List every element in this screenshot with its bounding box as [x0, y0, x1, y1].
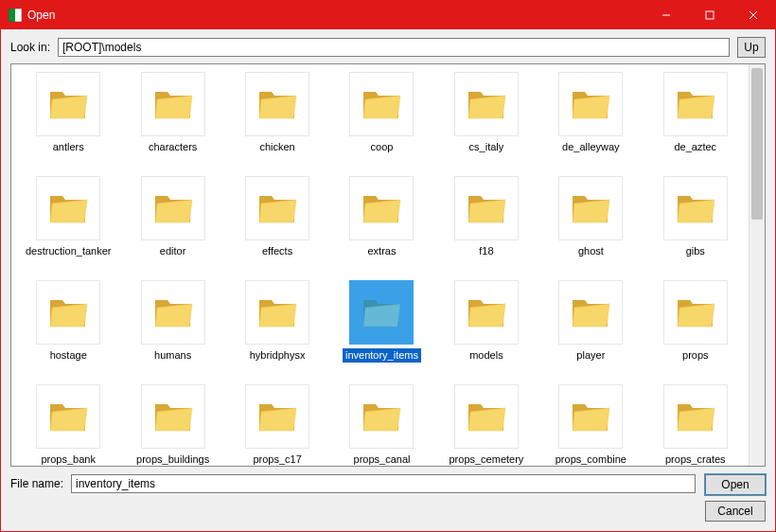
folder-item[interactable]: effects	[228, 176, 326, 278]
folder-label: gibs	[683, 244, 708, 258]
folder-item[interactable]: props_canal	[332, 384, 431, 466]
folder-icon	[558, 280, 623, 345]
app-icon	[9, 9, 22, 22]
folder-label: humans	[151, 348, 194, 363]
folder-item[interactable]: characters	[123, 72, 221, 174]
folder-item[interactable]: player	[541, 280, 640, 382]
folder-icon	[245, 280, 309, 345]
folder-grid[interactable]: antlers characters chicken coop cs_italy…	[11, 64, 749, 466]
folder-icon	[558, 72, 623, 136]
folder-item[interactable]: inventory_items	[332, 280, 431, 382]
svg-rect-1	[15, 9, 22, 22]
folder-label: f18	[476, 244, 496, 258]
folder-label: hybridphysx	[247, 348, 309, 363]
scrollbar-thumb[interactable]	[751, 68, 763, 220]
folder-label: destruction_tanker	[23, 244, 115, 258]
cancel-button[interactable]: Cancel	[705, 501, 766, 522]
folder-item[interactable]: antlers	[19, 72, 117, 174]
folder-icon	[663, 176, 728, 240]
folder-item[interactable]: f18	[437, 176, 536, 278]
close-button[interactable]	[732, 1, 775, 29]
maximize-button[interactable]	[688, 1, 732, 29]
folder-icon	[36, 384, 100, 449]
folder-label: props	[679, 348, 712, 363]
folder-label: ghost	[575, 244, 607, 258]
folder-icon	[663, 280, 728, 345]
folder-item[interactable]: hostage	[19, 280, 117, 382]
folder-icon	[349, 72, 414, 136]
folder-item[interactable]: hybridphysx	[228, 280, 326, 382]
folder-icon	[245, 176, 309, 240]
folder-browser: antlers characters chicken coop cs_italy…	[10, 63, 766, 467]
folder-icon	[454, 72, 519, 136]
folder-item[interactable]: editor	[123, 176, 221, 278]
folder-label: cs_italy	[467, 140, 507, 154]
folder-label: editor	[157, 244, 189, 258]
folder-item[interactable]: de_alleyway	[541, 72, 640, 174]
folder-icon	[141, 72, 205, 136]
folder-label: extras	[365, 244, 399, 258]
folder-item[interactable]: props_combine	[541, 384, 640, 466]
folder-label: props_combine	[553, 452, 629, 466]
folder-item[interactable]: coop	[332, 72, 431, 174]
folder-item[interactable]: props_crates	[646, 384, 745, 466]
folder-label: hostage	[47, 348, 90, 363]
folder-item[interactable]: gibs	[646, 176, 745, 278]
folder-label: antlers	[50, 140, 87, 154]
folder-label: coop	[368, 140, 397, 154]
folder-item[interactable]: props_c17	[228, 384, 326, 466]
folder-icon	[349, 176, 414, 240]
folder-icon	[245, 384, 309, 449]
folder-icon	[141, 384, 205, 449]
folder-label: inventory_items	[343, 348, 421, 363]
folder-label: props_crates	[662, 452, 729, 466]
folder-icon	[454, 384, 519, 449]
folder-icon	[558, 384, 623, 449]
folder-item[interactable]: props_cemetery	[437, 384, 536, 466]
filename-input[interactable]	[71, 474, 696, 493]
folder-icon	[454, 176, 519, 240]
open-button[interactable]: Open	[705, 474, 766, 495]
folder-item[interactable]: de_aztec	[646, 72, 745, 174]
folder-label: effects	[259, 244, 295, 258]
folder-icon	[454, 280, 519, 345]
bottom-row: File name: Open Cancel	[1, 467, 775, 531]
folder-icon	[663, 384, 728, 449]
folder-item[interactable]: extras	[332, 176, 431, 278]
folder-label: de_alleyway	[559, 140, 623, 154]
folder-icon	[245, 72, 309, 136]
folder-icon	[349, 384, 414, 449]
folder-icon	[36, 280, 100, 345]
folder-item[interactable]: models	[437, 280, 536, 382]
up-button[interactable]: Up	[737, 37, 766, 58]
folder-item[interactable]: destruction_tanker	[19, 176, 117, 278]
folder-label: characters	[146, 140, 200, 154]
folder-label: chicken	[256, 140, 297, 154]
folder-label: models	[467, 348, 505, 363]
lookin-row: Look in: Up	[1, 29, 775, 63]
minimize-button[interactable]	[644, 1, 688, 29]
folder-item[interactable]: cs_italy	[437, 72, 536, 174]
folder-icon	[141, 280, 205, 345]
folder-label: props_c17	[250, 452, 304, 466]
svg-rect-4	[706, 11, 714, 19]
lookin-input[interactable]	[58, 38, 730, 57]
folder-item[interactable]: props_buildings	[123, 384, 221, 466]
folder-label: props_cemetery	[446, 452, 526, 466]
folder-item[interactable]: chicken	[228, 72, 326, 174]
folder-icon	[663, 72, 728, 136]
folder-label: props_canal	[351, 452, 414, 466]
svg-rect-0	[9, 9, 15, 22]
titlebar: Open	[1, 1, 775, 29]
folder-icon	[558, 176, 623, 240]
folder-icon	[36, 72, 100, 136]
folder-label: player	[573, 348, 608, 363]
folder-item[interactable]: props	[646, 280, 745, 382]
folder-item[interactable]: props_bank	[19, 384, 117, 466]
folder-label: props_buildings	[133, 452, 212, 466]
open-dialog: Open Look in: Up antlers characters chic…	[0, 0, 776, 532]
folder-item[interactable]: humans	[123, 280, 221, 382]
folder-icon	[36, 176, 100, 240]
scrollbar[interactable]	[749, 64, 765, 466]
folder-item[interactable]: ghost	[541, 176, 640, 278]
